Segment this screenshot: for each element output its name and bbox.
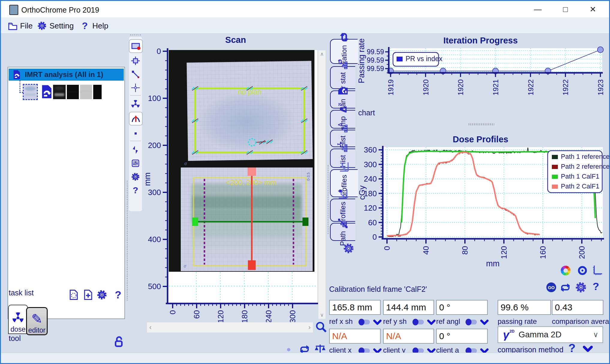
thumb-detail <box>25 87 35 91</box>
maximize-button[interactable]: □ <box>558 3 572 15</box>
field-label: ref x sh <box>329 317 353 326</box>
chart-settings-gear-icon[interactable] <box>343 242 355 254</box>
svg-text:40: 40 <box>421 246 430 255</box>
comparison-method-value: Gamma 2D <box>519 330 561 339</box>
scroll-up-arrow[interactable]: ∧ <box>318 50 326 58</box>
field-label: ref y sh <box>383 317 407 326</box>
thumbnail-film-light-selected[interactable] <box>24 85 37 99</box>
peak-arrow-icon <box>131 114 141 123</box>
task-help-help-icon[interactable]: ? <box>112 289 124 300</box>
task-list-box[interactable]: IMRT analysis (All in 1) <box>7 67 125 319</box>
toolbar-button-crosshair-icon[interactable] <box>129 82 141 94</box>
toolbar-button-crop-handles-icon[interactable] <box>129 55 141 67</box>
toolbar-button-region-rect-icon[interactable] <box>129 39 143 53</box>
toolbar-button-registration-icon[interactable] <box>129 157 141 169</box>
svg-text:0: 0 <box>157 47 161 56</box>
profile-handle-left[interactable] <box>192 218 198 226</box>
svg-text:1921: 1921 <box>492 79 500 95</box>
app-icon <box>9 5 18 15</box>
svg-text:120: 120 <box>499 246 508 259</box>
panel-splitter[interactable] <box>127 181 128 300</box>
field-toggle[interactable] <box>359 320 370 324</box>
tool-tab-dose[interactable]: dose <box>8 305 28 334</box>
doc-arrow-icon <box>12 70 22 80</box>
field-client-x[interactable]: N/A <box>329 329 381 344</box>
doc-arrow-icon <box>338 86 348 96</box>
menu-item-file[interactable]: File <box>7 20 33 32</box>
menu-item-setting[interactable]: Setting <box>37 20 74 32</box>
svg-text:γ: γ <box>503 329 510 341</box>
field-passing-rate[interactable]: 99.6 % <box>498 300 551 315</box>
unlock-icon[interactable] <box>112 335 125 348</box>
profile-handle-right[interactable] <box>302 218 308 226</box>
toolbar-button-help-icon[interactable]: ? <box>129 184 141 196</box>
scan-horizontal-scrollbar[interactable]: ‹› <box>147 322 313 333</box>
field-ref-x-sh[interactable]: 165.8 mm <box>329 300 381 315</box>
scroll-left-arrow[interactable]: ‹ <box>149 324 151 331</box>
svg-text:360: 360 <box>364 145 377 154</box>
toolbar-button-gear-icon[interactable] <box>129 171 141 183</box>
tab-path[interactable]: Path <box>330 223 355 241</box>
svg-text:1920: 1920 <box>457 79 465 95</box>
menu-item-label: File <box>20 21 33 31</box>
chevron-down-icon[interactable] <box>373 318 382 327</box>
field-toggle[interactable] <box>466 320 477 324</box>
color-wheel-icon[interactable] <box>560 265 571 276</box>
close-button[interactable]: ✕ <box>586 3 600 15</box>
comparison-method-dropdown[interactable]: γ2DGamma 2D∨ <box>498 326 603 343</box>
menu-item-help[interactable]: ?Help <box>80 20 108 32</box>
axes-icon[interactable] <box>591 265 603 276</box>
toolbar-drag-handle[interactable] <box>130 34 141 35</box>
dose-xlabel: mm <box>486 259 500 268</box>
profiles-icon <box>339 161 350 172</box>
toolbar-button-peak-arrow-icon[interactable] <box>129 112 143 126</box>
scroll-right-arrow[interactable]: › <box>308 324 311 331</box>
chevron-down-icon[interactable] <box>427 318 436 327</box>
tool-tab-editor[interactable]: ✎editor <box>26 307 48 335</box>
thumbnail-doc-icon[interactable] <box>39 84 52 100</box>
svg-text:σ: σ <box>184 161 187 166</box>
toolbar-button-point-icon[interactable] <box>129 127 141 139</box>
help-icon[interactable]: ? <box>590 281 602 292</box>
field-label: passing rate <box>498 317 537 326</box>
field-ref-angl[interactable]: 0 ° <box>436 300 488 315</box>
field-client-a[interactable]: 0 ° <box>436 329 488 344</box>
add-task-doc-plus-icon[interactable] <box>82 289 94 300</box>
region-rect-icon <box>131 41 141 51</box>
chevron-down-icon[interactable] <box>480 318 489 327</box>
select-scan-doc-dashed-icon[interactable] <box>68 289 79 300</box>
task-item-selected[interactable]: IMRT analysis (All in 1) <box>9 69 124 81</box>
field-client-y[interactable]: N/A <box>383 329 434 344</box>
thumbnail-film-dark[interactable] <box>53 85 66 99</box>
field-ref-y-sh[interactable]: 144.4 mm <box>383 300 434 315</box>
toolbar-button-radiation-icon[interactable] <box>129 98 141 110</box>
field-comparison-avera[interactable]: 0.43 <box>552 300 603 315</box>
go-button[interactable]: GO <box>546 282 557 293</box>
thumbnail-film-gray[interactable] <box>80 85 92 99</box>
gear-icon[interactable] <box>575 281 587 294</box>
svg-text:0: 0 <box>382 246 391 250</box>
thumbnail-film-darkest[interactable] <box>93 85 102 99</box>
line-profile-icon <box>131 70 140 79</box>
profile-handle-top[interactable] <box>248 167 256 176</box>
minimize-button[interactable]: — <box>531 3 545 15</box>
scroll-down-arrow[interactable]: ∨ <box>318 312 326 318</box>
task-item-label: IMRT analysis (All in 1) <box>25 70 103 79</box>
scan-vertical-scrollbar[interactable]: ∧∨ <box>318 50 326 319</box>
svg-text:✎: ✎ <box>31 313 42 326</box>
tool-tab-label: dose <box>10 325 25 333</box>
task-settings-gear-icon[interactable] <box>96 289 108 300</box>
menu-bar: FileSetting?Help <box>1 17 609 34</box>
target-icon[interactable] <box>577 265 588 276</box>
thumbnail-film-black[interactable] <box>67 85 79 99</box>
repeat-icon[interactable] <box>560 282 571 293</box>
magnifier-icon[interactable] <box>315 321 327 333</box>
toolbar-button-line-profile-icon[interactable] <box>129 68 141 80</box>
toolbar-button-flags-icon[interactable] <box>129 144 141 156</box>
svg-text:?: ? <box>593 281 599 292</box>
profile-handle-bottom[interactable] <box>248 260 256 270</box>
pencil-icon: ✎ <box>31 313 43 326</box>
field-toggle[interactable] <box>412 320 424 324</box>
delta2d-icon: Δ2D <box>338 103 348 114</box>
gamma2d-icon: γ2D <box>502 329 514 341</box>
